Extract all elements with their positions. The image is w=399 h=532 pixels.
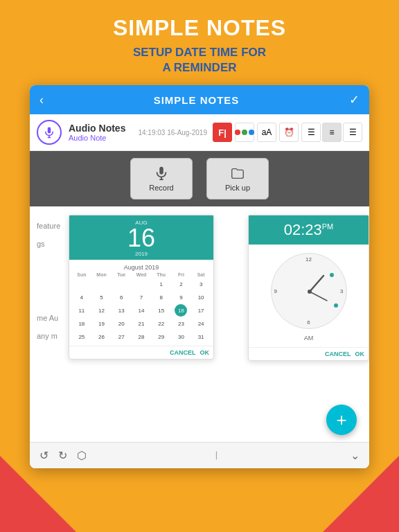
note-subtitle: Audio Note [69,134,138,142]
align-right-button[interactable]: ☰ [343,123,362,142]
header-section: SIMPLE NOTES SETUP DATE TIME FORA REMIND… [0,0,399,85]
cal-cell-10[interactable]: 10 [195,291,207,303]
cal-header-thu: Thu [152,272,171,277]
app-topbar: ‹ SIMPLE NOTES ✓ [30,85,369,114]
cal-cell-25[interactable]: 25 [76,330,88,343]
keyboard-down-button[interactable]: ⌄ [351,449,360,462]
alarm-button[interactable]: ⏰ [279,123,299,142]
cal-header-mon: Mon [92,272,112,277]
cal-cell-17[interactable]: 17 [195,304,207,317]
svg-rect-3 [159,167,163,175]
cal-cell-16-today[interactable]: 16 [175,304,187,317]
cal-cell-29[interactable]: 29 [155,330,168,343]
cal-day-big: 16 [72,226,211,251]
note-title: Audio Notes [69,123,138,134]
clock-panel: 02:23PM 12 3 6 9 [248,215,369,361]
cal-cell-12[interactable]: 12 [96,304,108,317]
clock-ampm: PM [322,222,334,231]
pickup-button[interactable]: Pick up [206,158,269,200]
back-button[interactable]: ‹ [39,93,44,107]
cal-cell-6[interactable]: 6 [115,291,127,303]
calendar-body: August 2019 Sun Mon Tue Wed Thu Fri Sat … [69,260,213,346]
cal-cell-21[interactable]: 21 [135,317,148,330]
cal-cell-1[interactable]: 1 [155,278,168,290]
clock-face[interactable]: 12 3 6 9 [271,253,347,329]
cal-cell-31[interactable]: 31 [195,330,207,343]
cal-cell-22[interactable]: 22 [155,317,168,330]
clock-minute-handle[interactable] [334,303,338,308]
cal-cell-28[interactable]: 28 [135,330,148,343]
cal-cell[interactable] [115,278,127,290]
clock-hour-handle[interactable] [330,273,334,277]
cal-cell-19[interactable]: 19 [96,317,108,330]
svg-point-8 [308,290,312,294]
record-button[interactable]: Record [130,158,193,200]
content-area: feature gs me Au any m AUG 16 2019 Augus… [30,206,369,442]
cal-cell-30[interactable]: 30 [175,330,187,343]
clock-header: 02:23PM [249,215,369,245]
cal-cell-18[interactable]: 18 [76,317,88,330]
cal-cell-11[interactable]: 11 [76,304,88,317]
note-timestamp: 14:19:03 16-Aug-2019 [138,129,207,136]
phone-frame: ‹ SIMPLE NOTES ✓ Audio Notes Audio Note … [30,85,369,468]
cal-cell-4[interactable]: 4 [76,291,88,303]
app-topbar-title: SIMPLE NOTES [154,94,240,106]
cal-cell-13[interactable]: 13 [115,304,127,317]
check-button[interactable]: ✓ [349,92,360,107]
cursor-indicator: ▏ [216,452,222,459]
svg-rect-0 [48,127,51,134]
svg-line-6 [310,276,323,292]
clock-body: 12 3 6 9 AM [249,245,369,347]
bottom-right-icons: ⌄ [351,449,360,462]
fab-add-button[interactable]: + [326,405,357,435]
cal-cell-27[interactable]: 27 [115,330,127,343]
cal-cell-26[interactable]: 26 [96,330,108,343]
cal-cell-8[interactable]: 8 [155,291,168,303]
cal-cell-15[interactable]: 15 [155,304,168,317]
bottom-left-icons: ↺ ↻ ⬡ [39,449,87,462]
record-label: Record [149,184,173,192]
redo-button[interactable]: ↻ [58,449,67,462]
calendar-panel: AUG 16 2019 August 2019 Sun Mon Tue Wed … [69,215,214,360]
bottom-toolbar: ↺ ↻ ⬡ ▏ ⌄ [30,442,369,468]
toolbar-icons: F| aA ⏰ ☰ ≡ ☰ [213,123,362,142]
cal-cell[interactable] [135,278,148,290]
calendar-footer: CANCEL Ok [69,346,213,359]
cal-cell-5[interactable]: 5 [96,291,108,303]
align-left-button[interactable]: ☰ [301,123,321,142]
cal-cell-23[interactable]: 23 [175,317,187,330]
share-button[interactable]: ⬡ [77,449,87,462]
microphone-icon [154,166,169,181]
align-group: ☰ ≡ ☰ [301,123,362,142]
cal-month-title: August 2019 [72,264,211,271]
folder-icon [230,166,245,181]
undo-button[interactable]: ↺ [39,449,48,462]
cal-header-wed: Wed [132,272,151,277]
cal-cell-20[interactable]: 20 [115,317,127,330]
clock-hands-svg [272,254,348,330]
mic-icon-circle [37,120,62,145]
calendar-cancel-button[interactable]: CANCEL [170,349,196,356]
align-center-button[interactable]: ≡ [322,123,342,142]
cal-cell-2[interactable]: 2 [175,278,187,290]
cal-header-fri: Fri [172,272,191,277]
cal-cell-14[interactable]: 14 [135,304,148,317]
cal-header-sat: Sat [191,272,211,277]
clock-ok-button[interactable]: Ok [355,351,365,357]
cal-cell-24[interactable]: 24 [195,317,207,330]
clock-footer: CANCEL Ok [249,347,369,360]
main-title: SIMPLE NOTES [14,15,385,41]
cal-cell-9[interactable]: 9 [175,291,187,303]
font-button[interactable]: aA [257,123,276,142]
cal-day-headers: Sun Mon Tue Wed Thu Fri Sat 1 2 3 4 5 [72,272,211,343]
calendar-ok-button[interactable]: Ok [200,349,210,356]
cal-month-label: AUG [72,220,211,226]
color-picker-button[interactable] [235,123,254,142]
cal-cell[interactable] [96,278,108,290]
cal-cell-7[interactable]: 7 [135,291,148,303]
svg-line-7 [310,292,327,301]
cal-cell-3[interactable]: 3 [195,278,207,290]
clock-cancel-button[interactable]: CANCEL [325,351,351,357]
format-button[interactable]: F| [213,123,232,142]
cal-cell[interactable] [76,278,88,290]
